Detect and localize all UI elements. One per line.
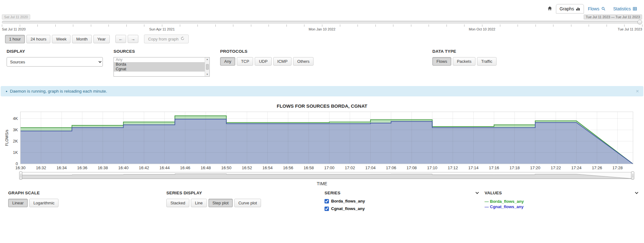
sources-multiselect[interactable]: AnyBordaCgnat ▲ ▼ <box>114 57 210 77</box>
graph-scale-buttons: LinearLogarithmic <box>8 199 166 207</box>
protocol-buttons: AnyTCPUDPICMPOthers <box>220 57 432 66</box>
time-tick <box>91 24 91 27</box>
range-week-button[interactable]: Week <box>52 35 70 43</box>
x-tick-label: 17:06 <box>386 165 396 170</box>
x-tick-label: 16:30 <box>15 165 26 170</box>
next-range-button[interactable]: → <box>128 35 138 43</box>
series-display-curve-plot-button[interactable]: Curve plot <box>234 199 261 207</box>
scale-logarithmic-button[interactable]: Logarithmic <box>29 199 58 207</box>
tab-label: Statistics <box>613 6 631 11</box>
x-tick-label: 16:38 <box>98 165 108 170</box>
graph-options-panel: GRAPH SCALE LinearLogarithmic SERIES DIS… <box>0 191 644 214</box>
range-1-hour-button[interactable]: 1 hour <box>5 35 25 43</box>
minimap-right-handle[interactable] <box>631 171 634 180</box>
time-tick <box>162 24 162 27</box>
protocol-tcp-button[interactable]: TCP <box>237 57 253 66</box>
time-tick <box>73 24 73 27</box>
x-tick-label: 17:08 <box>407 165 417 170</box>
x-axis-labels: 16:3016:3216:3416:3616:3816:4016:4216:44… <box>15 165 623 170</box>
range-start-label: Sat Jul 11 2020 <box>2 14 30 19</box>
source-option-cgnat[interactable]: Cgnat <box>114 67 209 72</box>
prev-range-button[interactable]: ← <box>115 35 126 43</box>
scrollbar-up-icon[interactable]: ▲ <box>206 58 208 61</box>
protocol-any-button[interactable]: Any <box>220 57 235 66</box>
scale-linear-button[interactable]: Linear <box>8 199 28 207</box>
data-type-flows-button[interactable]: Flows <box>432 57 451 66</box>
time-slider-handle[interactable] <box>637 20 642 24</box>
bar-chart-icon <box>576 7 580 11</box>
time-tick <box>126 24 127 27</box>
time-tick <box>20 24 20 27</box>
tab-label: Flows <box>588 6 599 11</box>
range-24-hours-button[interactable]: 24 hours <box>26 35 51 43</box>
sources-scrollbar[interactable]: ▲ ▼ <box>205 57 209 76</box>
series-toggle-borda-flows-any[interactable]: Borda_flows_any <box>325 199 485 203</box>
scrollbar-thumb[interactable] <box>206 64 209 70</box>
time-tick <box>500 24 500 27</box>
legend-line-icon: — <box>485 199 489 204</box>
x-tick-label: 16:40 <box>118 165 129 170</box>
time-slider-track[interactable] <box>2 21 642 24</box>
minimap-left-handle[interactable] <box>19 171 22 180</box>
tab-graphs[interactable]: Graphs <box>556 4 584 14</box>
home-button[interactable] <box>544 4 555 14</box>
series-display-step-plot-button[interactable]: Step plot <box>208 199 233 207</box>
x-tick-label: 16:44 <box>159 165 170 170</box>
legend-item-borda-flows-any: —Borda_flows_any <box>485 199 644 204</box>
series-checkbox[interactable] <box>325 207 329 211</box>
series-display-buttons: StackedLineStep plotCurve plot <box>166 199 325 207</box>
protocol-icmp-button[interactable]: ICMP <box>273 57 292 66</box>
y-axis-title: FLOWS/s <box>5 130 9 146</box>
range-month-button[interactable]: Month <box>72 35 92 43</box>
close-icon[interactable]: × <box>636 88 639 94</box>
tab-flows[interactable]: Flows <box>584 4 609 14</box>
data-type-traffic-button[interactable]: Traffic <box>477 57 496 66</box>
legend-label: Cgnat_flows_any <box>490 204 524 209</box>
time-tick <box>322 24 322 27</box>
series-display-stacked-button[interactable]: Stacked <box>166 199 189 207</box>
time-tick <box>589 24 589 27</box>
copy-from-graph-button[interactable]: Copy from graph <box>144 35 189 43</box>
filter-panel: DISPLAY Sources SOURCES AnyBordaCgnat ▲ … <box>0 49 644 77</box>
x-tick-label: 17:24 <box>571 165 582 170</box>
chevron-down-icon[interactable] <box>634 191 639 195</box>
time-tick-label: Mon Oct 10 2022 <box>469 27 495 31</box>
time-tick <box>340 24 340 27</box>
time-tick <box>464 24 464 27</box>
time-tick <box>411 24 411 27</box>
graph-scale-section: GRAPH SCALE LinearLogarithmic <box>8 191 166 214</box>
chart-minimap[interactable] <box>20 172 633 179</box>
protocols-section: PROTOCOLS AnyTCPUDPICMPOthers <box>220 49 432 77</box>
chevron-down-icon[interactable] <box>475 191 480 195</box>
time-tick <box>269 24 269 27</box>
tab-statistics[interactable]: Statistics <box>609 4 641 14</box>
x-tick-label: 17:10 <box>427 165 437 170</box>
display-select[interactable]: Sources <box>7 57 103 67</box>
series-section: SERIES Borda_flows_anyCgnat_flows_any <box>325 191 485 214</box>
time-tick <box>482 24 482 27</box>
alert-text: Daemon is running, graph is reloading ea… <box>10 89 107 94</box>
data-type-buttons: FlowsPacketsTraffic <box>432 57 644 66</box>
time-tick-label: Tue Jul 11 2023 <box>618 27 642 31</box>
series-display-line-button[interactable]: Line <box>191 199 207 207</box>
time-tick <box>251 24 251 27</box>
range-year-button[interactable]: Year <box>93 35 110 43</box>
x-axis-title: TIME <box>0 181 644 186</box>
minimap-area <box>21 174 633 179</box>
nav-tabs-wrap: GraphsFlowsStatistics <box>544 4 641 14</box>
series-checkbox[interactable] <box>325 199 329 203</box>
protocol-others-button[interactable]: Others <box>293 57 314 66</box>
time-ticks <box>2 24 642 27</box>
series-display-heading: SERIES DISPLAY <box>166 191 202 195</box>
series-toggle-cgnat-flows-any[interactable]: Cgnat_flows_any <box>325 206 485 211</box>
protocol-udp-button[interactable]: UDP <box>255 57 271 66</box>
values-heading: VALUES <box>485 191 502 195</box>
x-tick-label: 16:48 <box>201 165 211 170</box>
source-option-borda[interactable]: Borda <box>114 62 209 67</box>
scrollbar-down-icon[interactable]: ▼ <box>206 73 208 76</box>
data-type-heading: DATA TYPE <box>432 49 644 54</box>
nav-tabs: GraphsFlowsStatistics <box>556 4 641 14</box>
data-type-packets-button[interactable]: Packets <box>453 57 475 66</box>
source-option-any[interactable]: Any <box>114 57 209 62</box>
x-tick-label: 16:50 <box>221 165 232 170</box>
